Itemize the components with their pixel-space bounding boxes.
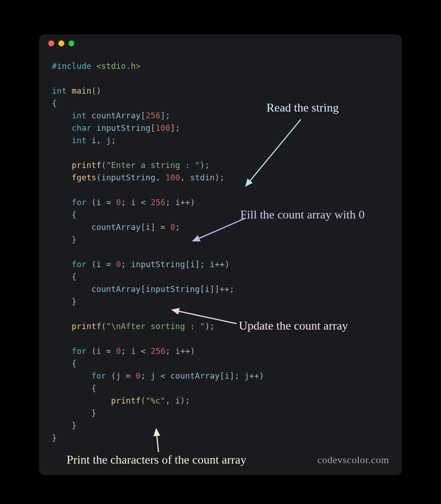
annotation-update: Update the count array (239, 319, 348, 333)
annotation-print: Print the characters of the count array (67, 453, 246, 467)
maximize-icon (68, 40, 74, 46)
titlebar (39, 34, 402, 52)
annotation-read: Read the string (266, 101, 339, 115)
header-name: <stdio.h> (96, 62, 141, 71)
preproc: #include (52, 62, 91, 71)
annotation-fill: Fill the count array with 0 (240, 208, 365, 222)
code-window: #include <stdio.h> int main() { int coun… (39, 34, 402, 475)
watermark: codevscolor.com (317, 454, 389, 466)
close-icon (48, 40, 54, 46)
code-block: #include <stdio.h> int main() { int coun… (39, 52, 402, 444)
minimize-icon (58, 40, 64, 46)
